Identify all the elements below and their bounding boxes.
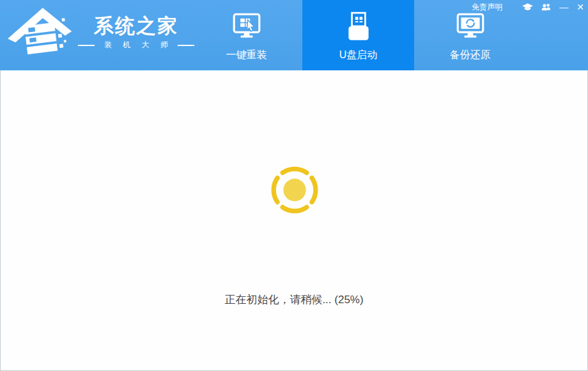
window-controls: 免责声明 — ✕ [472, 0, 584, 14]
brand-area: 系统之家 装 机 大 师 [8, 4, 194, 61]
minimize-button[interactable]: — [559, 1, 568, 13]
tab-usb-boot[interactable]: U盘启动 [302, 0, 414, 70]
brand-subtitle-row: 装 机 大 师 [78, 40, 194, 51]
tutorial-cap-icon[interactable] [522, 1, 533, 13]
disclaimer-link[interactable]: 免责声明 [472, 2, 502, 13]
brand-subtitle: 装 机 大 师 [104, 40, 173, 51]
tab-one-click-reinstall[interactable]: 一键重装 [190, 0, 302, 70]
loading-spinner-icon [267, 162, 322, 217]
tab-label: 备份还原 [450, 49, 491, 62]
main-content: 正在初始化，请稍候... (25%) [0, 70, 588, 371]
brand-name: 系统之家 [94, 15, 178, 38]
logo-house-icon [8, 4, 74, 61]
tab-label: U盘启动 [339, 49, 378, 62]
usb-drive-icon [343, 8, 375, 46]
header-bar: 系统之家 装 机 大 师 [0, 0, 588, 70]
brand-text: 系统之家 装 机 大 师 [78, 15, 194, 51]
status-message: 正在初始化，请稍候... (25%) [1, 292, 587, 307]
app-window: 系统之家 装 机 大 师 [0, 0, 588, 371]
tab-label: 一键重装 [226, 49, 267, 62]
monitor-windows-icon [231, 8, 263, 46]
close-button[interactable]: ✕ [576, 1, 584, 13]
users-group-icon[interactable] [541, 1, 551, 13]
subtitle-left-line [78, 45, 95, 46]
